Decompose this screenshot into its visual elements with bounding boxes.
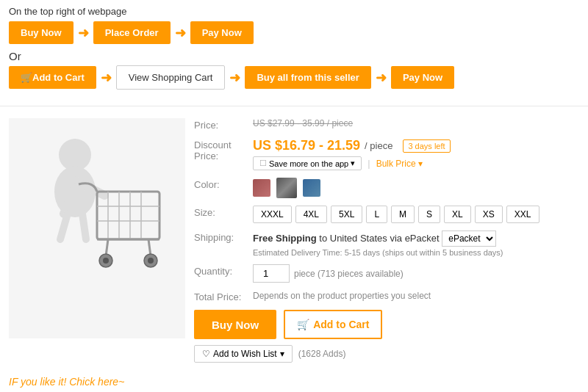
shipping-estimated: Estimated Delivery Time: 5-15 days (ship… — [253, 248, 570, 257]
add-to-cart-button-top[interactable]: 🛒Add to Cart — [9, 66, 96, 89]
quantity-label: Quantity: — [194, 264, 253, 277]
shipping-label: Shipping: — [194, 231, 253, 243]
size-option-l[interactable]: L — [366, 206, 387, 223]
size-option-xl[interactable]: XL — [444, 206, 471, 223]
svg-line-4 — [60, 214, 68, 239]
color-option-1[interactable] — [253, 179, 270, 197]
wishlist-count: (1628 Adds) — [298, 349, 346, 359]
free-shipping-text: Free Shipping — [253, 233, 317, 244]
pay-now-button-flow2[interactable]: Pay Now — [391, 66, 454, 89]
shipping-row: Shipping: Free Shipping to United States… — [194, 231, 570, 257]
divider — [0, 106, 588, 106]
color-label: Color: — [194, 178, 253, 190]
add-to-cart-button[interactable]: 🛒 Add to Cart — [284, 310, 382, 339]
or-label: Or — [9, 50, 579, 62]
arrow-icon-4: ➜ — [229, 70, 240, 86]
save-app-label: Save more on the app — [269, 159, 348, 168]
price-per-unit: / piece — [365, 140, 392, 151]
save-app-button[interactable]: ☐ Save more on the app ▾ — [253, 156, 362, 170]
size-option-s[interactable]: S — [418, 206, 440, 223]
price-badge: 3 days left — [403, 139, 450, 153]
checkbox-icon: ☐ — [259, 159, 267, 168]
arrow-icon-3: ➜ — [101, 70, 112, 86]
discount-label: DiscountPrice: — [194, 138, 253, 161]
wishlist-button[interactable]: ♡ Add to Wish List ▾ — [194, 345, 293, 363]
price-original: US $27.99 - 35.99 / piece — [253, 118, 570, 128]
size-option-xxxl[interactable]: XXXL — [253, 206, 292, 223]
action-row: Buy Now 🛒 Add to Cart — [194, 310, 570, 339]
size-option-5xl[interactable]: 5XL — [331, 206, 362, 223]
svg-point-19 — [148, 258, 154, 264]
total-price-row: Total Price: Depends on the product prop… — [194, 290, 570, 302]
size-option-m[interactable]: M — [391, 206, 415, 223]
shipping-value: Free Shipping to United States via ePack… — [253, 231, 570, 247]
buy-all-seller-button[interactable]: Buy all from this seller — [245, 66, 370, 89]
if-you-like[interactable]: IF you like it! Chick here~ — [0, 370, 588, 388]
flow-row-1: Buy Now ➜ Place Order ➜ Pay Now — [9, 21, 579, 44]
shipping-select[interactable]: ePacket — [442, 231, 496, 247]
product-details: Price: US $27.99 - 35.99 / piece Discoun… — [185, 118, 579, 363]
quantity-available: piece (713 pieces available) — [294, 269, 404, 279]
product-image — [9, 118, 185, 338]
flow-row-2: 🛒Add to Cart ➜ View Shopping Cart ➜ Buy … — [9, 65, 579, 90]
cart-icon: 🛒 — [297, 319, 309, 330]
size-option-xxl[interactable]: XXL — [506, 206, 539, 223]
wishlist-row: ♡ Add to Wish List ▾ (1628 Adds) — [194, 345, 570, 363]
size-label: Size: — [194, 206, 253, 218]
color-row: Color: — [194, 178, 570, 198]
discount-price-row: DiscountPrice: US $16.79 - 21.59 / piece… — [194, 138, 570, 170]
top-label: On the top right of webpage — [9, 6, 579, 17]
wishlist-chevron-icon: ▾ — [280, 349, 284, 359]
place-order-button[interactable]: Place Order — [93, 21, 171, 44]
shipping-dest: to United States via ePacket — [319, 233, 439, 244]
svg-point-17 — [103, 258, 109, 264]
arrow-icon-5: ➜ — [376, 70, 387, 86]
price-label: Price: — [194, 118, 253, 131]
bulk-price-button[interactable]: Bulk Price ▾ — [376, 159, 423, 169]
buy-now-button-top[interactable]: Buy Now — [9, 21, 74, 44]
arrow-icon-2: ➜ — [175, 25, 186, 41]
buy-now-button[interactable]: Buy Now — [194, 310, 276, 339]
arrow-icon-1: ➜ — [78, 25, 89, 41]
size-row: Size: XXXL4XL5XLLMSXLXSXXL — [194, 206, 570, 223]
product-section: Price: US $27.99 - 35.99 / piece Discoun… — [0, 111, 588, 370]
total-price-value: Depends on the product properties you se… — [253, 291, 431, 301]
wishlist-label: Add to Wish List — [213, 349, 277, 359]
total-price-label: Total Price: — [194, 290, 253, 302]
bulk-price-label: Bulk Price — [376, 159, 416, 169]
price-discount-value: US $16.79 - 21.59 — [253, 138, 360, 153]
add-to-cart-label: Add to Cart — [313, 319, 369, 330]
color-options — [253, 178, 570, 198]
heart-icon: ♡ — [202, 349, 210, 359]
pay-now-button-top[interactable]: Pay Now — [190, 21, 254, 44]
price-row: Price: US $27.99 - 35.99 / piece — [194, 118, 570, 131]
color-option-3[interactable] — [303, 179, 320, 197]
product-illustration — [24, 133, 171, 324]
view-shopping-cart-button[interactable]: View Shopping Cart — [116, 65, 226, 90]
size-option-4xl[interactable]: 4XL — [295, 206, 327, 223]
bulk-chevron-icon: ▾ — [418, 159, 423, 169]
quantity-row: Quantity: piece (713 pieces available) — [194, 264, 570, 283]
quantity-input[interactable] — [253, 264, 290, 283]
size-option-xs[interactable]: XS — [475, 206, 503, 223]
color-option-2[interactable] — [276, 178, 297, 198]
chevron-down-icon: ▾ — [351, 159, 355, 168]
size-options: XXXL4XL5XLLMSXLXSXXL — [253, 206, 570, 223]
svg-line-5 — [82, 214, 86, 239]
